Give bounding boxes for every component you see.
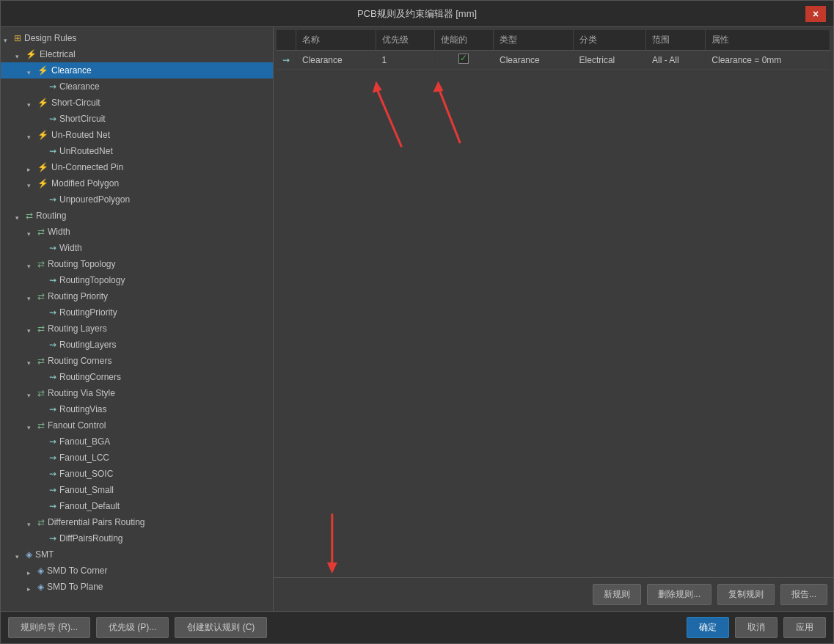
report-button[interactable]: 报告... [780, 584, 827, 605]
tree-item-fanout-soic[interactable]: ⇝Fanout_SOIC [1, 466, 273, 482]
cancel-button[interactable]: 取消 [735, 617, 778, 638]
tree-item-label: Routing Topology [48, 257, 116, 271]
titlebar: PCB规则及约束编辑器 [mm] × [1, 1, 833, 27]
close-button[interactable]: × [805, 6, 826, 22]
tree-item-label: ShortCircuit [59, 112, 106, 125]
tree-item-label: SMD To Corner [47, 564, 107, 577]
expand-arrow: ▾ [15, 550, 24, 559]
confirm-button[interactable]: 确定 [687, 617, 729, 638]
tree-item-routingtopology-rule[interactable]: ⇝RoutingTopology [1, 272, 273, 288]
table-row[interactable]: ⇝ Clearance 1 Clearance Electrical All -… [277, 51, 830, 70]
col-range: 范围 [646, 30, 706, 51]
tree-item-smd-to-corner[interactable]: ▸◈SMD To Corner [1, 563, 273, 579]
tree-item-width-group[interactable]: ▾⇄Width [1, 224, 273, 240]
tree-item-diff-pairs-routing-group[interactable]: ▾⇄Differential Pairs Routing [1, 514, 273, 530]
tree-item-label: Fanout Control [48, 419, 106, 432]
tree-item-label: Design Rules [24, 32, 76, 45]
tree-item-electrical[interactable]: ▾⚡Electrical [1, 46, 273, 62]
create-default-button[interactable]: 创建默认规则 (C) [175, 617, 267, 638]
tree-item-label: Width [48, 225, 70, 238]
rule-wizard-button[interactable]: 规则向导 (R)... [8, 617, 90, 638]
tree-item-routing-priority-group[interactable]: ▾⇄Routing Priority [1, 288, 273, 304]
tree-item-routing-corners-group[interactable]: ▾⇄Routing Corners [1, 353, 273, 369]
tree-item-unroutednet-rule[interactable]: ⇝UnRoutedNet [1, 143, 273, 159]
tree-item-clearance-rule[interactable]: ⇝Clearance [1, 78, 273, 95]
expand-arrow: ▾ [27, 518, 36, 527]
expand-arrow: ▾ [27, 179, 36, 188]
expand-arrow: ▾ [27, 356, 36, 365]
tree-item-smd-to-plane[interactable]: ▸◈SMD To Plane [1, 579, 273, 595]
tree-item-short-circuit-group[interactable]: ▾⚡Short-Circuit [1, 95, 273, 111]
tree-wrapper: ▾⊞Design Rules▾⚡Electrical▾⚡Clearance⇝Cl… [1, 27, 273, 611]
col-priority: 优先级 [376, 30, 434, 51]
expand-arrow: ▾ [15, 50, 24, 59]
tree-item-routing-topology-group[interactable]: ▾⇄Routing Topology [1, 256, 273, 272]
row-property: Clearance = 0mm [706, 51, 830, 70]
tree-item-unrouted-net-group[interactable]: ▾⚡Un-Routed Net [1, 127, 273, 143]
tree-item-label: Routing Corners [48, 354, 111, 367]
copy-rule-button[interactable]: 复制规则 [717, 584, 775, 605]
tree-item-label: Modified Polygon [51, 177, 119, 190]
tree-item-fanout-default[interactable]: ⇝Fanout_Default [1, 498, 273, 514]
tree-item-clearance-group[interactable]: ▾⚡Clearance [1, 62, 273, 78]
row-type: Clearance [494, 51, 574, 70]
tree-item-label: SMD To Plane [47, 580, 103, 593]
tree-item-routingvias-rule[interactable]: ⇝RoutingVias [1, 401, 273, 417]
expand-arrow: ▾ [27, 131, 36, 139]
row-range: All - All [646, 51, 706, 70]
tree-item-design-rules[interactable]: ▾⊞Design Rules [1, 30, 273, 46]
bottom-bar: 规则向导 (R)... 优先级 (P)... 创建默认规则 (C) 确定 取消 … [1, 611, 833, 643]
tree-item-fanout-lcc[interactable]: ⇝Fanout_LCC [1, 450, 273, 466]
tree-item-label: RoutingLayers [59, 338, 116, 351]
tree-item-label: UnpouredPolygon [59, 193, 130, 206]
col-name: 名称 [296, 30, 376, 51]
expand-arrow: ▾ [27, 260, 36, 268]
tree-item-routing[interactable]: ▾⇄Routing [1, 208, 273, 224]
tree-item-routing-via-style-group[interactable]: ▾⇄Routing Via Style [1, 385, 273, 401]
tree-item-label: Routing [36, 209, 66, 222]
tree-item-fanout-bga[interactable]: ⇝Fanout_BGA [1, 433, 273, 450]
new-rule-button[interactable]: 新规则 [593, 584, 641, 605]
priority-button[interactable]: 优先级 (P)... [96, 617, 169, 638]
tree-item-label: Routing Priority [48, 290, 108, 303]
expand-arrow: ▾ [4, 34, 12, 43]
tree-item-label: Fanout_BGA [59, 435, 110, 448]
tree-item-shortcircuit-rule[interactable]: ⇝ShortCircuit [1, 111, 273, 127]
tree-item-label: Fanout_Default [59, 500, 120, 513]
tree-item-label: Un-Routed Net [51, 128, 110, 142]
col-type: 类型 [494, 30, 574, 51]
expand-arrow: ▾ [27, 227, 36, 236]
tree-item-routing-layers-group[interactable]: ▾⇄Routing Layers [1, 321, 273, 337]
tree-item-label: DiffPairsRouting [59, 532, 122, 545]
tree-item-label: Routing Via Style [48, 387, 115, 400]
apply-button[interactable]: 应用 [783, 617, 826, 638]
expand-arrow: ▾ [27, 292, 36, 301]
expand-arrow: ▸ [27, 566, 36, 575]
tree-item-label: Fanout_SOIC [59, 467, 113, 480]
tree-item-unpoured-polygon[interactable]: ⇝UnpouredPolygon [1, 191, 273, 208]
tree-item-width-rule[interactable]: ⇝Width [1, 240, 273, 256]
expand-arrow: ▾ [15, 211, 24, 220]
col-category: 分类 [573, 30, 645, 51]
tree-area[interactable]: ▾⊞Design Rules▾⚡Electrical▾⚡Clearance⇝Cl… [1, 27, 273, 611]
right-bottom-bar: 新规则 删除规则... 复制规则 报告... [274, 577, 833, 611]
expand-arrow: ▸ [27, 582, 36, 591]
right-panel: 名称 优先级 使能的 类型 分类 范围 属性 ⇝ Clearance [274, 27, 833, 611]
tree-item-routinglayers-rule[interactable]: ⇝RoutingLayers [1, 337, 273, 353]
expand-arrow: ▾ [27, 389, 36, 398]
tree-item-smt[interactable]: ▾◈SMT [1, 546, 273, 563]
expand-arrow: ▸ [27, 163, 36, 172]
expand-arrow: ▾ [27, 66, 36, 75]
tree-item-fanout-control-group[interactable]: ▾⇄Fanout Control [1, 417, 273, 433]
row-enabled[interactable] [434, 51, 493, 70]
tree-item-diffpairsrouting-rule[interactable]: ⇝DiffPairsRouting [1, 530, 273, 546]
tree-item-routingpriority-rule[interactable]: ⇝RoutingPriority [1, 304, 273, 321]
tree-item-modified-polygon[interactable]: ▾⚡Modified Polygon [1, 175, 273, 191]
tree-item-label: RoutingTopology [59, 274, 125, 287]
tree-item-routingcorners-rule[interactable]: ⇝RoutingCorners [1, 369, 273, 385]
tree-item-fanout-small[interactable]: ⇝Fanout_Small [1, 482, 273, 498]
delete-rule-button[interactable]: 删除规则... [647, 584, 712, 605]
row-priority: 1 [376, 51, 434, 70]
table-area[interactable]: 名称 优先级 使能的 类型 分类 范围 属性 ⇝ Clearance [274, 27, 833, 577]
tree-item-unconnected-pin[interactable]: ▸⚡Un-Connected Pin [1, 159, 273, 175]
